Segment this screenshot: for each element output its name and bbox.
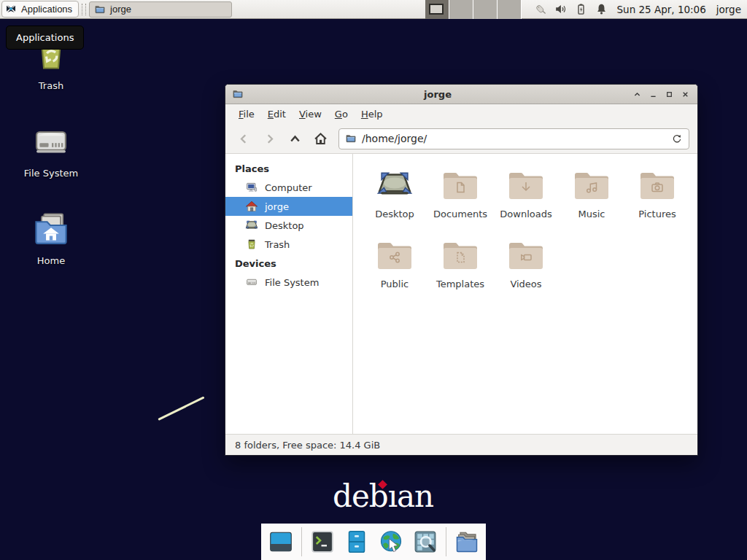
clock[interactable]: Sun 25 Apr, 10:06 bbox=[617, 4, 706, 15]
folder-icon bbox=[94, 4, 106, 15]
sidebar-header-places: Places bbox=[225, 159, 352, 178]
window-controls bbox=[632, 89, 691, 100]
xfce-logo-icon bbox=[5, 4, 17, 15]
file-item-pictures[interactable]: Pictures bbox=[624, 165, 690, 235]
sidebar: PlacesComputerjorgeDesktopTrashDevicesFi… bbox=[225, 154, 353, 434]
volume-icon[interactable] bbox=[554, 2, 568, 16]
window-title: jorge bbox=[244, 89, 632, 100]
pictures-folder-icon bbox=[637, 165, 678, 206]
input-device-icon[interactable] bbox=[533, 2, 547, 16]
documents-folder-icon bbox=[440, 165, 481, 206]
battery-icon[interactable] bbox=[574, 2, 588, 16]
workspace-4[interactable] bbox=[498, 0, 522, 19]
reload-button[interactable] bbox=[671, 133, 683, 144]
menu-file[interactable]: File bbox=[232, 106, 261, 122]
maximize-button[interactable] bbox=[664, 89, 675, 100]
file-item-desktop[interactable]: Desktop bbox=[362, 165, 427, 235]
up-button[interactable] bbox=[285, 128, 305, 149]
cursor-trail-artifact bbox=[158, 396, 204, 420]
dock-show-desktop-button[interactable] bbox=[267, 528, 295, 556]
applications-menu-button[interactable]: Applications bbox=[1, 1, 79, 18]
workspace-1[interactable] bbox=[425, 0, 449, 19]
downloads-folder-icon bbox=[506, 165, 546, 206]
dock-separator bbox=[446, 527, 446, 556]
panel-separator-handle[interactable] bbox=[82, 4, 86, 15]
applications-menu-label: Applications bbox=[21, 4, 72, 15]
forward-button[interactable] bbox=[259, 128, 279, 149]
workspace-3[interactable] bbox=[473, 0, 498, 19]
menu-view[interactable]: View bbox=[293, 106, 328, 122]
music-folder-icon bbox=[571, 165, 612, 206]
back-button[interactable] bbox=[233, 128, 254, 149]
sidebar-item-computer[interactable]: Computer bbox=[225, 178, 352, 197]
desktop-icon-file-system[interactable]: File System bbox=[11, 122, 91, 179]
home-button[interactable] bbox=[310, 128, 330, 149]
dock-file-manager-button[interactable] bbox=[343, 528, 371, 556]
close-button[interactable] bbox=[680, 89, 691, 100]
templates-folder-icon bbox=[440, 235, 481, 276]
sidebar-item-file-system[interactable]: File System bbox=[225, 273, 352, 292]
username-label: jorge bbox=[716, 4, 741, 15]
file-item-videos[interactable]: Videos bbox=[493, 235, 559, 305]
workspace-window-thumb bbox=[429, 4, 444, 15]
file-item-templates[interactable]: Templates bbox=[427, 235, 493, 305]
dock-web-browser-button[interactable] bbox=[377, 528, 405, 556]
public-folder-icon bbox=[374, 235, 415, 276]
dock-directory-menu-button[interactable] bbox=[453, 528, 481, 556]
file-manager-window: jorge FileEditViewGoHelp /home/jorge/ Pl… bbox=[225, 84, 698, 456]
window-titlebar[interactable]: jorge bbox=[225, 85, 697, 104]
path-bar[interactable]: /home/jorge/ bbox=[338, 128, 689, 149]
notifications-icon[interactable] bbox=[595, 2, 608, 16]
desktop-folder-icon bbox=[374, 165, 415, 206]
desktop-icon-home[interactable]: Home bbox=[11, 210, 91, 266]
path-folder-icon bbox=[345, 133, 357, 144]
window-folder-icon bbox=[232, 88, 244, 100]
file-item-documents[interactable]: Documents bbox=[427, 165, 493, 235]
status-bar: 8 folders, Free space: 14.4 GiB bbox=[225, 434, 697, 455]
videos-folder-icon bbox=[506, 235, 546, 276]
sidebar-item-jorge[interactable]: jorge bbox=[225, 197, 352, 216]
dock-terminal-button[interactable] bbox=[309, 528, 336, 556]
drive-big-icon bbox=[32, 122, 70, 163]
folder-home-icon bbox=[32, 210, 70, 251]
workspace-switcher bbox=[425, 0, 522, 19]
sidebar-item-trash[interactable]: Trash bbox=[225, 235, 352, 254]
debian-logo: debıan bbox=[333, 478, 433, 514]
bottom-dock bbox=[261, 524, 486, 560]
path-text: /home/jorge/ bbox=[362, 133, 666, 144]
dock-separator bbox=[301, 527, 302, 556]
sidebar-header-devices: Devices bbox=[225, 254, 352, 273]
applications-tooltip: Applications bbox=[6, 26, 84, 50]
menu-edit[interactable]: Edit bbox=[261, 106, 293, 122]
dock-app-finder-button[interactable] bbox=[411, 528, 439, 556]
file-item-music[interactable]: Music bbox=[559, 165, 624, 235]
file-item-public[interactable]: Public bbox=[362, 235, 427, 305]
top-panel: Applications jorge Sun 25 Apr, 10:06 jor… bbox=[0, 0, 747, 19]
minimize-button[interactable] bbox=[648, 89, 659, 100]
taskbar-window-button[interactable]: jorge bbox=[89, 1, 232, 18]
menu-go[interactable]: Go bbox=[328, 106, 355, 122]
file-item-downloads[interactable]: Downloads bbox=[493, 165, 559, 235]
menu-bar: FileEditViewGoHelp bbox=[225, 104, 697, 124]
taskbar-window-label: jorge bbox=[110, 4, 131, 15]
window-content: PlacesComputerjorgeDesktopTrashDevicesFi… bbox=[225, 154, 697, 434]
menu-help[interactable]: Help bbox=[355, 106, 390, 122]
file-grid: DesktopDocumentsDownloadsMusicPicturesPu… bbox=[353, 154, 697, 434]
system-tray bbox=[533, 2, 608, 16]
shade-button[interactable] bbox=[632, 89, 643, 100]
toolbar: /home/jorge/ bbox=[225, 124, 697, 154]
sidebar-item-desktop[interactable]: Desktop bbox=[225, 216, 352, 235]
workspace-2[interactable] bbox=[449, 0, 473, 19]
